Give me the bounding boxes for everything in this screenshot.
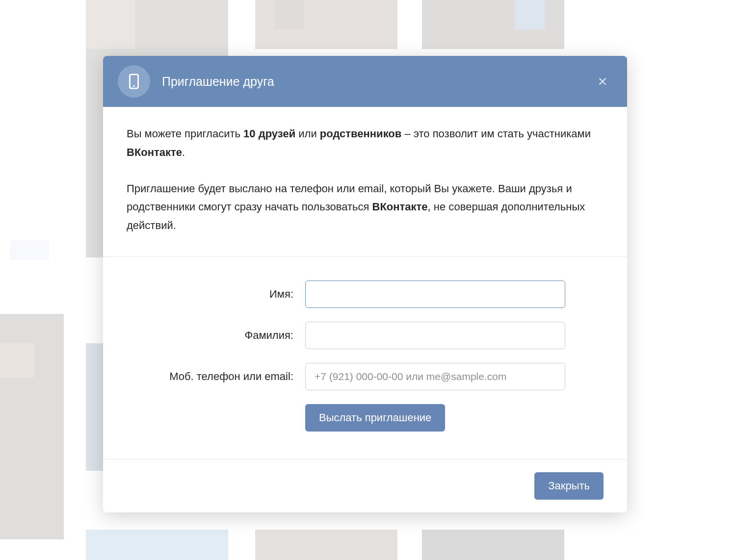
invite-form: Имя: Фамилия: Моб. телефон или email: Вы… (103, 257, 627, 459)
text: – это позволит им стать участниками (401, 127, 591, 140)
text-bold: ВКонтакте (127, 146, 182, 158)
firstname-label: Имя: (127, 288, 305, 301)
details-paragraph: Приглашение будет выслано на телефон или… (127, 179, 604, 235)
contact-field[interactable] (305, 363, 565, 390)
phone-icon (118, 65, 150, 98)
text: . (182, 146, 185, 158)
modal-title: Приглашение друга (162, 75, 593, 89)
modal-footer: Закрыть (103, 459, 627, 512)
intro-paragraph: Вы можете пригласить 10 друзей или родст… (127, 125, 604, 162)
text: Вы можете пригласить (127, 127, 243, 140)
close-button[interactable]: Закрыть (534, 472, 604, 500)
text-bold: ВКонтакте (372, 201, 428, 213)
firstname-row: Имя: (127, 280, 604, 308)
text: или (295, 127, 320, 140)
modal-header: Приглашение друга (103, 56, 627, 107)
text-bold: 10 друзей (243, 127, 295, 140)
text-bold: родственников (320, 127, 402, 140)
svg-point-1 (133, 85, 134, 87)
contact-label: Моб. телефон или email: (127, 370, 305, 383)
modal-description: Вы можете пригласить 10 друзей или родст… (103, 107, 627, 257)
lastname-field[interactable] (305, 322, 565, 349)
invite-friend-modal: Приглашение друга Вы можете пригласить 1… (103, 56, 627, 512)
contact-row: Моб. телефон или email: (127, 363, 604, 390)
submit-row: Выслать приглашение (127, 404, 604, 432)
lastname-row: Фамилия: (127, 322, 604, 349)
lastname-label: Фамилия: (127, 329, 305, 342)
firstname-field[interactable] (305, 280, 565, 308)
send-invite-button[interactable]: Выслать приглашение (305, 404, 445, 432)
close-icon[interactable] (593, 72, 612, 91)
